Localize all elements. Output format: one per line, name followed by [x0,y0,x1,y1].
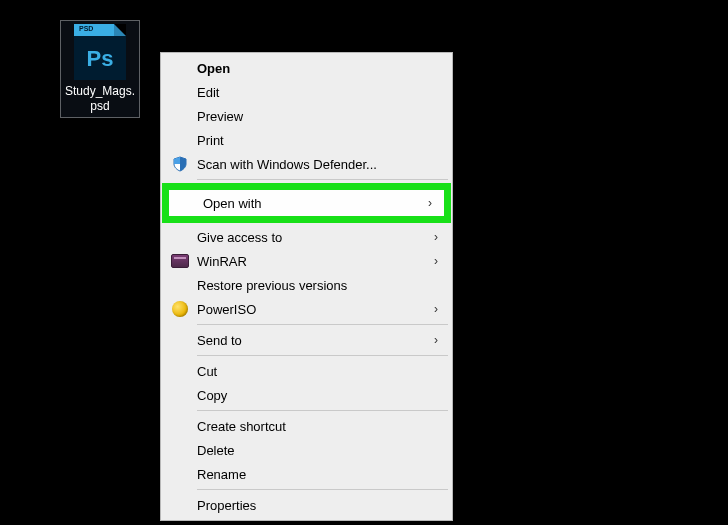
menu-label: Open with [203,196,412,211]
menu-label: PowerISO [197,302,418,317]
menu-label: Create shortcut [197,419,418,434]
ps-logo-text: Ps [74,46,126,72]
menu-item-edit[interactable]: Edit [163,80,450,104]
winrar-icon [171,252,189,270]
submenu-arrow-icon: › [428,196,432,210]
menu-item-open-with[interactable]: Open with › [169,190,444,216]
menu-item-preview[interactable]: Preview [163,104,450,128]
menu-item-create-shortcut[interactable]: Create shortcut [163,414,450,438]
menu-separator [197,324,448,325]
menu-label: Rename [197,467,418,482]
menu-separator [197,355,448,356]
menu-label: Send to [197,333,418,348]
menu-item-restore-prev[interactable]: Restore previous versions [163,273,450,297]
psd-badge: PSD [77,25,95,32]
menu-item-print[interactable]: Print [163,128,450,152]
menu-separator [197,179,448,180]
menu-label: Open [197,61,418,76]
menu-label: Print [197,133,418,148]
menu-label: Restore previous versions [197,278,418,293]
menu-item-copy[interactable]: Copy [163,383,450,407]
submenu-arrow-icon: › [434,230,438,244]
menu-separator [197,410,448,411]
menu-label: Properties [197,498,418,513]
menu-item-scan-defender[interactable]: Scan with Windows Defender... [163,152,450,176]
menu-label: Give access to [197,230,418,245]
context-menu: Open Edit Preview Print Scan with Window… [160,52,453,521]
menu-label: Delete [197,443,418,458]
desktop-file[interactable]: PSD Ps Study_Mags.psd [60,20,140,118]
menu-item-winrar[interactable]: WinRAR › [163,249,450,273]
defender-shield-icon [171,155,189,173]
menu-item-delete[interactable]: Delete [163,438,450,462]
highlight-open-with: Open with › [162,183,451,223]
menu-label: Scan with Windows Defender... [197,157,418,172]
menu-label: Cut [197,364,418,379]
file-name-label: Study_Mags.psd [64,84,136,114]
menu-item-properties[interactable]: Properties [163,493,450,517]
menu-item-give-access[interactable]: Give access to › [163,225,450,249]
menu-separator [197,489,448,490]
psd-file-icon: PSD Ps [74,24,126,80]
menu-item-poweriso[interactable]: PowerISO › [163,297,450,321]
menu-label: Edit [197,85,418,100]
menu-item-rename[interactable]: Rename [163,462,450,486]
poweriso-icon [171,300,189,318]
menu-label: WinRAR [197,254,418,269]
menu-label: Copy [197,388,418,403]
menu-item-open[interactable]: Open [163,56,450,80]
submenu-arrow-icon: › [434,254,438,268]
menu-item-cut[interactable]: Cut [163,359,450,383]
menu-label: Preview [197,109,418,124]
submenu-arrow-icon: › [434,333,438,347]
menu-item-send-to[interactable]: Send to › [163,328,450,352]
submenu-arrow-icon: › [434,302,438,316]
